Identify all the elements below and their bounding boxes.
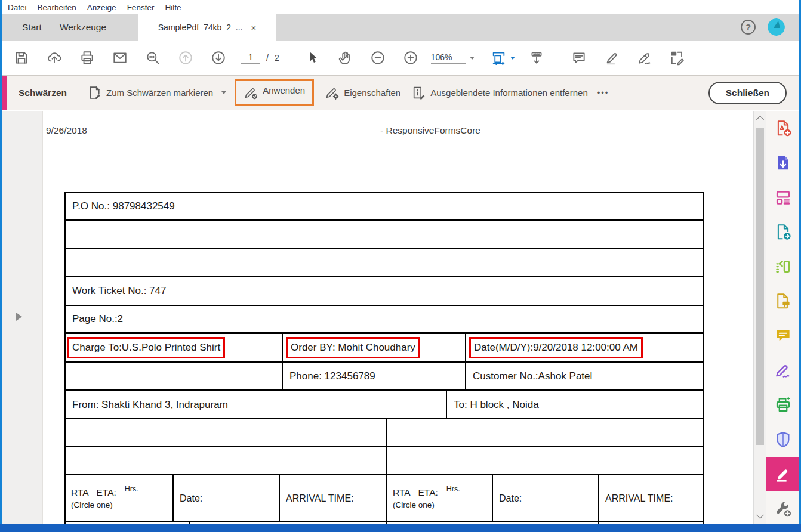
tool-redact[interactable] (766, 457, 799, 491)
page-scrolling-button[interactable] (525, 46, 549, 70)
scroll-up-icon[interactable] (756, 116, 764, 123)
empty-cell (66, 419, 386, 446)
document-tab-title: SamplePdf_74kb_2_... (158, 23, 243, 32)
arrival-time-cell: ARRIVAL TIME: (598, 475, 703, 521)
help-icon[interactable]: ? (741, 20, 756, 35)
share-cloud-button[interactable] (42, 46, 66, 70)
menu-bearbeiten[interactable]: Bearbeiten (38, 3, 76, 12)
tool-create-pdf[interactable] (766, 111, 799, 146)
hrs-label: Hrs. (125, 485, 138, 493)
organize-pages-icon (774, 258, 792, 276)
hand-tool-icon (337, 50, 353, 66)
tab-werkzeuge[interactable]: Werkzeuge (60, 14, 106, 41)
zoom-value[interactable]: 106% (431, 52, 466, 64)
user-avatar[interactable] (768, 18, 785, 36)
tool-comment[interactable] (766, 318, 799, 353)
arrival-time-cell: ARRIVAL TIME: (279, 475, 386, 521)
tab-start[interactable]: Start (22, 14, 42, 41)
close-tab-icon[interactable]: × (251, 23, 256, 33)
tool-scan-ocr[interactable] (766, 388, 799, 422)
properties-label: Eigenschaften (344, 88, 400, 98)
chevron-down-icon (221, 91, 226, 94)
edit-pdf-icon (774, 188, 792, 206)
email-button[interactable] (108, 46, 132, 70)
mark-for-redaction-button[interactable]: Zum Schwärzen markieren (87, 85, 226, 100)
select-tool-button[interactable] (300, 46, 324, 70)
next-page-button[interactable] (207, 46, 230, 70)
page-scroll-icon (529, 50, 544, 66)
sign-button[interactable] (633, 46, 657, 70)
redaction-properties-button[interactable]: Eigenschaften (325, 85, 400, 100)
tab-document[interactable]: SamplePdf_74kb_2_... × (138, 14, 276, 41)
previous-page-button (174, 46, 198, 70)
to-cell: To: H block , Noida (446, 391, 703, 418)
toolbar-separator (557, 48, 557, 68)
window-edge-bottom (0, 524, 801, 532)
page-total: 2 (275, 53, 279, 63)
redaction-mark-date[interactable]: Date(M/D/Y):9/20/2018 12:00:00 AM (469, 337, 643, 358)
tool-protect[interactable] (766, 422, 799, 457)
zoom-out-button[interactable] (366, 46, 390, 70)
zoom-out-icon (370, 50, 386, 66)
tool-convert-pdf[interactable] (766, 215, 799, 249)
main-toolbar: 1 / 2 106% (2, 41, 799, 76)
window-edge-right (799, 0, 801, 532)
fit-width-button[interactable] (491, 46, 515, 70)
zoom-in-button[interactable] (399, 46, 423, 70)
tools-rail (766, 111, 799, 524)
tool-export-pdf[interactable] (766, 146, 799, 180)
menu-datei[interactable]: Datei (8, 3, 27, 12)
rta-eta-label: RTA ETA: (393, 487, 438, 498)
expand-pane-icon[interactable] (16, 313, 22, 321)
highlight-button[interactable] (600, 46, 624, 70)
apply-redactions-button[interactable]: Anwenden (244, 85, 305, 100)
properties-icon (325, 85, 340, 100)
order-by-cell: Order BY: Mohit Choudhary (282, 334, 465, 361)
previous-page-icon (178, 50, 193, 66)
vertical-scrollbar[interactable] (753, 111, 766, 524)
remove-hidden-info-label: Ausgeblendete Informationen entfernen (430, 88, 588, 98)
menu-anzeige[interactable]: Anzeige (87, 3, 116, 12)
select-cursor-icon (305, 51, 319, 65)
comment-button[interactable] (567, 46, 591, 70)
hand-tool-button[interactable] (333, 46, 357, 70)
fill-sign-button[interactable] (666, 46, 689, 70)
save-button[interactable] (10, 46, 33, 70)
tool-request-comments[interactable] (766, 284, 799, 318)
from-cell: From: Shakti Khand 3, Indrapuram (66, 391, 446, 418)
chevron-down-icon (510, 57, 515, 60)
close-redact-button[interactable]: Schließen (708, 82, 787, 104)
fit-width-icon (491, 50, 506, 66)
remove-hidden-info-button[interactable]: Ausgeblendete Informationen entfernen (411, 85, 588, 100)
window-edge-left (0, 0, 2, 532)
zoom-level-select[interactable]: 106% (431, 52, 475, 64)
more-tools-icon (774, 500, 792, 518)
redaction-mark-order-by[interactable]: Order BY: Mohit Choudhary (286, 337, 420, 358)
menu-bar: Datei Bearbeiten Anzeige Fenster Hilfe (2, 0, 799, 14)
comment-icon (774, 327, 792, 345)
page-number-field[interactable]: 1 / 2 (241, 52, 279, 64)
search-button[interactable] (141, 46, 165, 70)
page-current-input[interactable]: 1 (241, 52, 260, 64)
search-icon (145, 50, 161, 66)
form-table: P.O No.: 98798432549 Work Ticket No.: 74… (64, 192, 704, 524)
convert-pdf-icon (774, 223, 792, 241)
scrollbar-thumb[interactable] (756, 128, 764, 445)
more-options-button[interactable]: ••• (597, 88, 609, 97)
menu-hilfe[interactable]: Hilfe (165, 3, 181, 12)
empty-cell (66, 447, 386, 474)
page-header-title: - ResponsiveFormsCore (380, 125, 480, 136)
tool-fill-sign[interactable] (766, 353, 799, 388)
page-divider: / (266, 53, 269, 63)
print-button[interactable] (75, 46, 99, 70)
menu-fenster[interactable]: Fenster (127, 3, 155, 12)
redact-icon (774, 465, 792, 483)
share-cloud-icon (47, 50, 62, 66)
tool-organize-pages[interactable] (766, 249, 799, 284)
tool-edit-pdf[interactable] (766, 180, 799, 215)
po-number-cell: P.O No.: 98798432549 (66, 193, 175, 219)
tool-more-tools[interactable] (766, 491, 799, 526)
redaction-mark-charge-to[interactable]: Charge To:U.S.Polo Printed Shirt (67, 337, 225, 358)
scroll-down-icon[interactable] (756, 511, 764, 519)
export-pdf-icon (774, 154, 792, 172)
